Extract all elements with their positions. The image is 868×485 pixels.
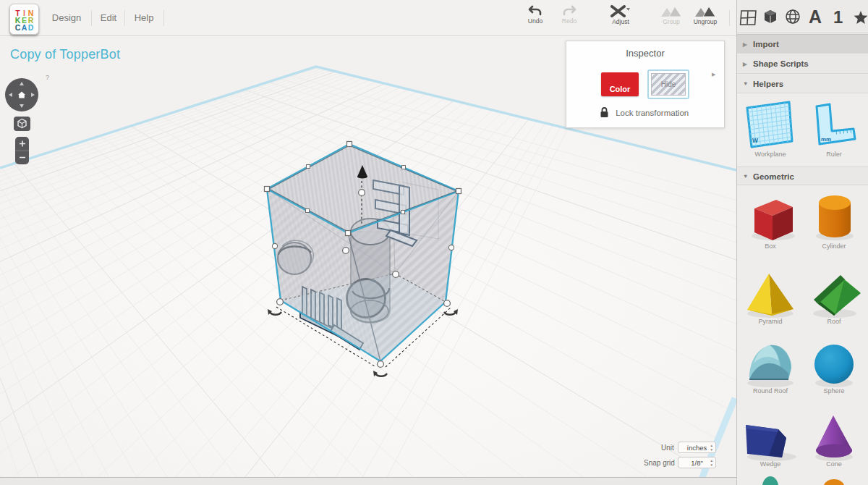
svg-text:mm: mm	[821, 136, 831, 143]
svg-text:?: ?	[46, 74, 49, 81]
svg-text:W: W	[752, 137, 759, 144]
svg-text:1: 1	[833, 7, 843, 27]
svg-text:A: A	[809, 7, 822, 27]
